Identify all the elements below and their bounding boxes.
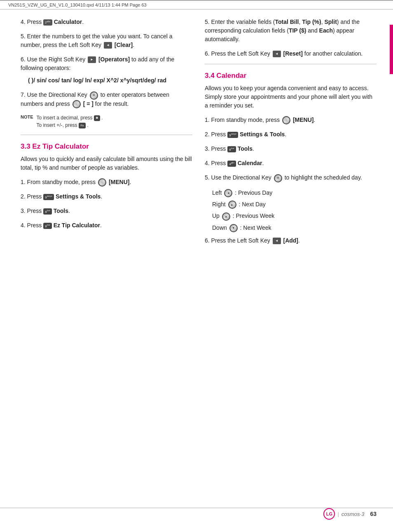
section33-step3: 3. Press 8tuv Tools. (21, 207, 192, 215)
dir-up-label: Up (212, 212, 221, 219)
dir-down-icon: ▼ (229, 224, 238, 232)
s34-step3-before: Press (211, 145, 228, 152)
tools-key-icon-s34: 8tuv (227, 146, 236, 153)
note-period2: . (87, 122, 88, 128)
dir-left-desc: : Previous Day (235, 189, 272, 196)
step4-num: 4. (21, 19, 26, 25)
section34-step3: 3. Press 8tuv Tools. (205, 145, 377, 153)
section-33: 3.3 Ez Tip Calculator Allows you to quic… (21, 142, 192, 230)
s6r-num: 6. (205, 50, 210, 57)
step4-text-after: Calculator. (54, 19, 84, 25)
plusminus-key-icon: #± (79, 123, 86, 128)
s34-step5-after: to highlight the scheduled day. (285, 174, 362, 181)
header-text: VN251S_VZW_UG_EN_V1.0_130410.qxd 4/11/13… (8, 2, 147, 7)
page-number: 63 (370, 511, 377, 517)
step-6-left: 6. Use the Right Soft Key ► [Operators] … (21, 55, 192, 85)
directional-key-icon-s34: ⊕ (274, 174, 282, 182)
separator-right (205, 64, 377, 64)
formula-text: ( )/ sin/ cos/ tan/ log/ ln/ exp/ X^2/ x… (28, 77, 166, 84)
s34-step6-text-after: [Add]. (283, 237, 299, 244)
s34-step5-num: 5. (205, 174, 210, 181)
reset-key-icon: ◄ (273, 51, 281, 57)
step6-right: 6. Press the Left Soft Key ◄ [Reset] for… (205, 49, 377, 58)
dir-down: Down ▼ : Next Week (212, 223, 377, 232)
s33-step4-num: 4. (21, 222, 26, 229)
accent-bar (390, 25, 393, 74)
cosmos-brand-text: cosmos·3 (342, 511, 365, 517)
s34-step4-before: Press (211, 160, 228, 166)
settings-key-icon-s34: 9wxyz (227, 132, 238, 138)
eztip-key-icon-s33: 8tuv (43, 223, 51, 229)
dir-left-icon: ◄ (224, 189, 232, 197)
s33-step3-before: Press (27, 208, 44, 214)
separator-left (21, 135, 192, 135)
step6-num: 6. (21, 56, 26, 63)
s34-step3-after: Tools. (238, 145, 254, 152)
equals-key-icon: ○ (73, 100, 81, 108)
dir-right-label: Right (212, 201, 227, 208)
dir-left: Left ◄ : Previous Day (212, 188, 377, 197)
dir-right: Right ► : Next Day (212, 200, 377, 209)
s33-step4-before: Press (27, 222, 44, 229)
s33-step2-after: Settings & Tools. (56, 193, 102, 200)
dir-left-label: Left (212, 189, 223, 196)
page-wrapper: VN251S_VZW_UG_EN_V1.0_130410.qxd 4/11/13… (0, 0, 393, 532)
directional-key-icon-left: ⊕ (90, 91, 98, 100)
dir-up-desc: : Previous Week (233, 212, 275, 219)
right-column: 5. Enter the variable fields (Total Bill… (205, 18, 377, 251)
s34-step4-num: 4. (205, 160, 210, 166)
note-line2: To insert +/-, press (37, 122, 79, 128)
operators-key-icon: ► (88, 56, 96, 63)
header-bar: VN251S_VZW_UG_EN_V1.0_130410.qxd 4/11/13… (0, 0, 393, 9)
dir-right-icon: ► (228, 201, 236, 209)
note-line1: To insert a decimal, press (37, 115, 94, 121)
note-block: NOTE To insert a decimal, press ✱ . To i… (21, 114, 192, 129)
s33-step3-after: Tools. (54, 208, 70, 214)
s34-step1-end: [MENU]. (293, 117, 315, 123)
dir-up: Up ▲ : Previous Week (212, 211, 377, 220)
s34-step2-after: Settings & Tools. (240, 131, 286, 138)
s34-step5-text: Use the Directional Key (211, 174, 273, 181)
section34-step2: 2. Press 9wxyz Settings & Tools. (205, 130, 377, 139)
section33-step1: 1. From standby mode, press ○ [MENU]. (21, 178, 192, 187)
step6-text-before: Use the Right Soft Key (27, 56, 87, 63)
s34-step1-num: 1. (205, 117, 210, 123)
section-34: 3.4 Calendar Allows you to keep your age… (205, 72, 377, 245)
content-area: 4. Press 2abc Calculator. 5. Enter the n… (0, 9, 393, 259)
clear-key-icon: ◄ (104, 42, 112, 49)
s33-step1-text: From standby mode, press (27, 179, 97, 185)
add-key-icon: ◄ (273, 238, 281, 244)
dir-down-label: Down (212, 224, 229, 231)
section34-step6: 6. Press the Left Soft Key ◄ [Add]. (205, 236, 377, 245)
menu-nav-icon-s34: ○ (282, 116, 290, 124)
s33-step4-after: Ez Tip Calculator. (54, 222, 102, 229)
footer-logo: LG | cosmos·3 63 (323, 508, 377, 520)
s34-step6-text-before: Press the Left Soft Key (211, 237, 272, 244)
section-34-heading: 3.4 Calendar (205, 72, 377, 80)
s34-step4-after: Calendar. (238, 160, 264, 166)
s34-step6-num: 6. (205, 237, 210, 244)
step5-num: 5. (21, 33, 26, 40)
footer-bar: LG | cosmos·3 63 (0, 508, 393, 520)
footer-separator: | (337, 511, 339, 517)
step5-text: Enter the numbers to get the value you w… (21, 33, 173, 48)
menu-nav-icon-s33: ○ (98, 178, 106, 187)
step7-num: 7. (21, 91, 26, 98)
decimal-key-icon: ✱ (94, 115, 100, 121)
step7-text-end: [ = ] for the result. (83, 100, 129, 107)
s33-step2-num: 2. (21, 193, 26, 200)
section34-step4: 4. Press 4ghi Calendar. (205, 159, 377, 168)
s34-step1-text: From standby mode, press (211, 117, 281, 123)
section-34-desc: Allows you to keep your agenda convenien… (205, 84, 377, 110)
s34-step2-before: Press (211, 131, 228, 138)
step-7-left: 7. Use the Directional Key ⊕ to enter op… (21, 91, 192, 108)
s33-step1-end: [MENU]. (109, 179, 131, 185)
s34-step2-num: 2. (205, 131, 210, 138)
calendar-key-icon-s34: 4ghi (227, 161, 236, 167)
section33-step2: 2. Press 9wxyz Settings & Tools. (21, 192, 192, 201)
dir-right-desc: : Next Day (239, 201, 265, 208)
s5r-text: Enter the variable fields (Total Bill, T… (205, 19, 360, 42)
formula-block: ( )/ sin/ cos/ tan/ log/ ln/ exp/ X^2/ x… (28, 76, 192, 85)
settings-key-icon-s33: 9wxyz (43, 194, 54, 201)
s6r-text-before: Press the Left Soft Key (211, 50, 272, 57)
